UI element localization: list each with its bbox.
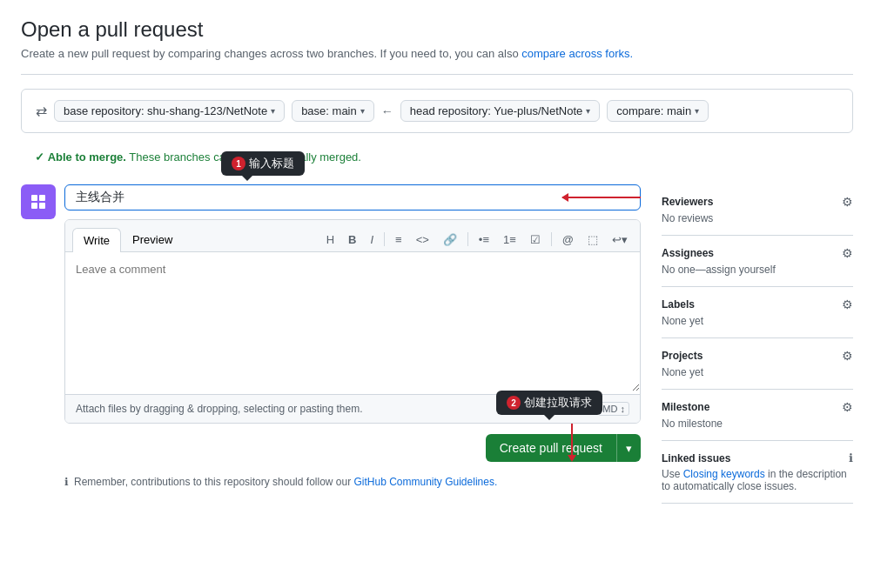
chevron-down-icon: ▾ (271, 106, 275, 116)
pr-form-area: 1 输入标题 Write (21, 184, 641, 488)
sidebar-assignees: Assignees ⚙ No one—assign yourself (662, 236, 853, 287)
branch-icon: ⇄ (36, 103, 47, 119)
toolbar-mention[interactable]: @ (557, 230, 579, 250)
toolbar-code[interactable]: <> (411, 230, 434, 250)
toolbar-task-list[interactable]: ☑ (525, 230, 546, 250)
sidebar-projects-header: Projects ⚙ (662, 349, 853, 363)
step1-tooltip: 1 输入标题 (221, 151, 305, 176)
toolbar-italic[interactable]: I (365, 230, 379, 250)
svg-rect-2 (31, 203, 37, 209)
toolbar-unordered-list[interactable]: •≡ (474, 230, 494, 250)
assignees-gear-icon[interactable]: ⚙ (842, 246, 853, 260)
compare-branch-select[interactable]: compare: main ▾ (607, 100, 709, 122)
sidebar-projects: Projects ⚙ None yet (662, 338, 853, 390)
sidebar-labels: Labels ⚙ None yet (662, 287, 853, 338)
sidebar-linked-issues: Linked issues ℹ Use Closing keywords in … (662, 441, 853, 504)
form-body: 1 输入标题 Write (64, 184, 641, 488)
base-repo-select[interactable]: base repository: shu-shang-123/NetNote ▾ (54, 100, 285, 122)
svg-rect-1 (39, 195, 45, 201)
svg-rect-3 (39, 203, 45, 209)
pr-title-input[interactable] (64, 184, 641, 210)
comment-textarea[interactable] (65, 252, 640, 391)
page-title: Open a pull request (21, 17, 853, 42)
reviewers-gear-icon[interactable]: ⚙ (842, 195, 853, 209)
step1-badge: 1 (232, 157, 245, 170)
info-icon: ℹ (64, 476, 69, 488)
merge-status: ✓ Able to merge. These branches can be a… (21, 144, 853, 170)
toolbar-quote[interactable]: ≡ (390, 230, 407, 250)
step2-badge: 2 (507, 396, 521, 410)
editor-toolbar: H B I ≡ <> 🔗 •≡ 1≡ ☑ @ (321, 230, 633, 250)
sidebar-reviewers-header: Reviewers ⚙ (662, 195, 853, 209)
toolbar-bold[interactable]: B (343, 230, 361, 250)
svg-rect-0 (31, 195, 37, 201)
down-arrow-line (571, 424, 573, 455)
remember-note: ℹ Remember, contributions to this reposi… (64, 476, 641, 488)
separator (384, 232, 385, 246)
markdown-icon: MD ↕ (598, 402, 629, 416)
step2-tooltip: 2 创建拉取请求 (496, 391, 602, 415)
divider (21, 74, 853, 75)
branch-bar: ⇄ base repository: shu-shang-123/NetNote… (21, 89, 853, 133)
linked-issues-info-icon: ℹ (849, 451, 853, 464)
base-branch-select[interactable]: base: main ▾ (292, 100, 374, 122)
compare-forks-link[interactable]: compare across forks. (521, 47, 633, 60)
chevron-down-icon: ▾ (360, 106, 365, 116)
tooltip-arrow (242, 176, 252, 181)
page-subtitle: Create a new pull request by comparing c… (21, 47, 853, 60)
preview-tab[interactable]: Preview (121, 227, 184, 251)
chevron-down-icon: ▾ (586, 106, 590, 116)
create-pr-caret[interactable]: ▾ (616, 434, 641, 462)
arrow-left-icon: ← (381, 104, 393, 118)
submit-area: 2 创建拉取请求 Create pull request ▾ (64, 434, 641, 462)
sidebar-assignees-header: Assignees ⚙ (662, 246, 853, 260)
sidebar-linked-issues-header: Linked issues ℹ (662, 451, 853, 464)
head-repo-select[interactable]: head repository: Yue-plus/NetNote ▾ (400, 100, 601, 122)
toolbar-heading[interactable]: H (321, 230, 340, 250)
toolbar-reference[interactable]: ⬚ (582, 230, 603, 250)
arrow-head (568, 455, 576, 462)
linked-issues-value: Use Closing keywords in the description … (662, 468, 853, 492)
left-panel: 1 输入标题 Write (21, 184, 641, 504)
community-guidelines-link[interactable]: GitHub Community Guidelines. (354, 476, 498, 488)
create-btn-group: Create pull request ▾ (486, 434, 641, 462)
sidebar-reviewers: Reviewers ⚙ No reviews (662, 184, 853, 236)
toolbar-link[interactable]: 🔗 (438, 230, 462, 250)
milestone-gear-icon[interactable]: ⚙ (842, 400, 853, 414)
toolbar-ordered-list[interactable]: 1≡ (498, 230, 521, 250)
separator (551, 232, 552, 246)
right-panel: Reviewers ⚙ No reviews Assignees ⚙ No on… (662, 184, 853, 504)
sidebar-milestone-header: Milestone ⚙ (662, 400, 853, 414)
editor-tabs: Write Preview H B I ≡ <> 🔗 •≡ (65, 220, 640, 252)
check-icon: ✓ (35, 150, 44, 164)
submit-row: Create pull request ▾ (64, 434, 641, 462)
closing-keywords-link[interactable]: Closing keywords (683, 468, 765, 480)
toolbar-undo[interactable]: ↩▾ (607, 230, 633, 250)
main-content: 1 输入标题 Write (21, 184, 853, 504)
avatar (21, 184, 56, 219)
tooltip-arrow (544, 415, 555, 420)
projects-gear-icon[interactable]: ⚙ (842, 349, 853, 363)
separator (467, 232, 468, 246)
chevron-down-icon: ▾ (695, 106, 699, 116)
labels-gear-icon[interactable]: ⚙ (842, 297, 853, 311)
create-pr-button[interactable]: Create pull request (486, 434, 616, 462)
write-tab[interactable]: Write (72, 228, 121, 252)
sidebar-labels-header: Labels ⚙ (662, 297, 853, 311)
sidebar-milestone: Milestone ⚙ No milestone (662, 390, 853, 441)
